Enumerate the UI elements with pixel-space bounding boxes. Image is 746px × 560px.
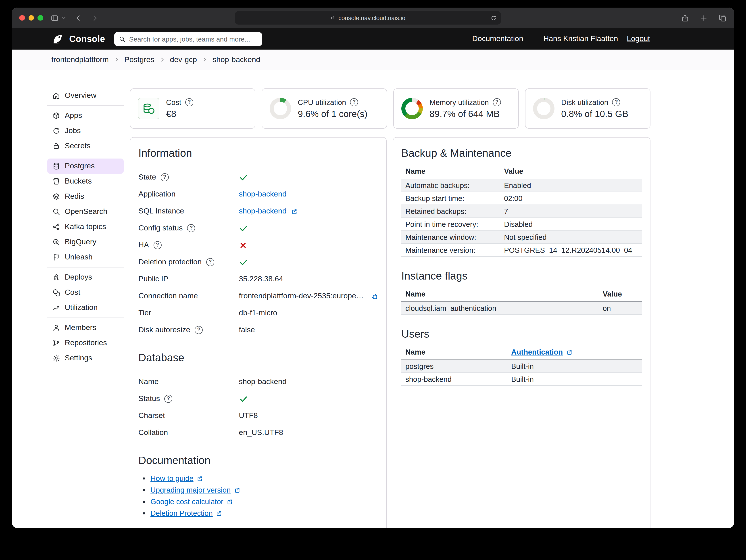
how-to-guide-link[interactable]: How to guide — [150, 474, 194, 482]
table-row: Point in time recovery:Disabled — [401, 218, 642, 231]
help-icon[interactable] — [206, 258, 214, 266]
sidebar-item-cost[interactable]: Cost — [47, 285, 124, 300]
external-link-icon — [197, 475, 203, 482]
sidebar-item-postgres[interactable]: Postgres — [47, 159, 124, 174]
node-graph-icon — [52, 223, 60, 231]
collation-value: en_US.UTF8 — [239, 428, 283, 437]
chevron-right-icon — [202, 57, 208, 62]
connection-name-value: frontendplattform-dev-2535:europe-no… — [239, 291, 366, 301]
copy-icon[interactable] — [371, 292, 378, 300]
new-tab-icon[interactable] — [699, 13, 708, 22]
help-icon[interactable] — [350, 98, 358, 106]
external-link-icon — [216, 510, 223, 517]
sidebar-item-unleash[interactable]: Unleash — [47, 250, 124, 265]
header-right: Documentation Hans Kristian Flaatten - L… — [472, 34, 650, 43]
app-title: Console — [69, 34, 105, 44]
documentation-link[interactable]: Documentation — [472, 34, 523, 43]
tab-overview-icon[interactable] — [718, 13, 727, 22]
sql-instance-link[interactable]: shop-backend — [239, 207, 287, 216]
sidebar-item-repositories[interactable]: Repositories — [47, 335, 124, 351]
close-window-button[interactable] — [19, 15, 25, 21]
database-rows: Name shop-backend Status Charset UTF8 — [138, 373, 378, 441]
documentation-links: How to guide Upgrading major version Goo… — [150, 474, 378, 517]
sidebar-item-label: Apps — [65, 111, 82, 120]
cpu-value: 9.6% of 1 core(s) — [298, 108, 367, 119]
column-header-value: Value — [500, 165, 642, 179]
sidebar-item-label: Members — [65, 323, 96, 332]
check-icon — [239, 224, 248, 233]
column-header-name: Name — [401, 346, 507, 360]
sidebar-item-settings[interactable]: Settings — [47, 351, 124, 366]
breadcrumb-postgres[interactable]: Postgres — [124, 55, 154, 64]
information-rows: State Application shop-backend SQL Insta… — [138, 169, 378, 338]
breadcrumb-env[interactable]: dev-gcp — [170, 55, 197, 64]
disk-value: 0.8% of 10.5 GB — [561, 108, 628, 119]
sidebar-item-bigquery[interactable]: BigQuery — [47, 234, 124, 250]
info-row-disk-autoresize: Disk autoresize false — [138, 321, 378, 338]
sidebar-item-buckets[interactable]: Buckets — [47, 174, 124, 189]
address-bar[interactable]: console.nav.cloud.nais.io — [235, 11, 501, 25]
screenshot-stage: console.nav.cloud.nais.io Console — [0, 0, 746, 560]
cost-value: €8 — [166, 108, 193, 119]
sidebar-item-apps[interactable]: Apps — [47, 108, 124, 123]
help-icon[interactable] — [187, 224, 195, 232]
search-input[interactable] — [129, 35, 258, 43]
application-link[interactable]: shop-backend — [239, 190, 287, 199]
breadcrumb-team[interactable]: frontendplattform — [51, 55, 109, 64]
back-button[interactable] — [74, 13, 82, 22]
cross-icon — [239, 241, 247, 249]
external-link-icon — [291, 208, 298, 215]
window-controls — [19, 15, 43, 21]
chevron-down-icon[interactable] — [61, 16, 66, 20]
breadcrumb-instance[interactable]: shop-backend — [212, 55, 260, 64]
upgrading-major-version-link[interactable]: Upgrading major version — [150, 486, 231, 494]
row-label: Collation — [138, 428, 168, 437]
sidebar-item-kafka-topics[interactable]: Kafka topics — [47, 219, 124, 234]
help-icon[interactable] — [185, 98, 193, 106]
public-ip-value: 35.228.38.64 — [239, 275, 283, 284]
layers-icon — [52, 193, 60, 200]
google-cost-calculator-link[interactable]: Google cost calculator — [150, 498, 224, 506]
sidebar-item-label: BigQuery — [65, 237, 96, 247]
search-icon — [119, 35, 126, 42]
info-row-config-status: Config status — [138, 220, 378, 237]
sidebar-item-overview[interactable]: Overview — [47, 88, 124, 103]
help-icon[interactable] — [493, 98, 501, 106]
check-icon — [239, 257, 248, 267]
sidebar-item-jobs[interactable]: Jobs — [47, 123, 124, 138]
authentication-link[interactable]: Authentication — [511, 348, 573, 356]
reload-icon[interactable] — [490, 15, 497, 23]
doc-link-item: Deletion Protection — [150, 509, 378, 517]
share-icon[interactable] — [681, 13, 689, 22]
help-icon[interactable] — [153, 241, 162, 249]
deletion-protection-link[interactable]: Deletion Protection — [150, 509, 213, 517]
sidebar-item-opensearch[interactable]: OpenSearch — [47, 204, 124, 219]
information-panel: Information State Application shop-backe… — [130, 137, 386, 528]
info-row-ha: HA — [138, 237, 378, 254]
cycle-arrows-icon — [52, 127, 60, 135]
column-header-value: Value — [599, 288, 642, 302]
db-row-collation: Collation en_US.UTF8 — [138, 424, 378, 441]
minimize-window-button[interactable] — [28, 15, 34, 21]
sidebar-item-deploys[interactable]: Deploys — [47, 270, 124, 285]
search-icon — [52, 208, 60, 216]
help-icon[interactable] — [612, 98, 620, 106]
sidebar-item-utilization[interactable]: Utilization — [47, 300, 124, 315]
sidebar-item-redis[interactable]: Redis — [47, 189, 124, 204]
zoom-window-button[interactable] — [37, 15, 43, 21]
row-label: Disk autoresize — [138, 326, 190, 334]
sidebar-item-secrets[interactable]: Secrets — [47, 138, 124, 153]
row-label: Charset — [138, 411, 165, 420]
sidebar: Overview Apps Jobs Secrets — [47, 70, 124, 528]
forward-button[interactable] — [90, 13, 99, 22]
help-icon[interactable] — [161, 173, 169, 181]
logout-link[interactable]: Logout — [627, 34, 650, 43]
sidebar-item-members[interactable]: Members — [47, 320, 124, 335]
help-icon[interactable] — [195, 326, 203, 334]
row-label: Name — [138, 377, 159, 386]
database-icon — [52, 162, 60, 170]
sidebar-toggle-icon[interactable] — [50, 13, 59, 22]
person-icon — [52, 324, 60, 332]
info-row-application: Application shop-backend — [138, 186, 378, 203]
help-icon[interactable] — [164, 395, 172, 403]
